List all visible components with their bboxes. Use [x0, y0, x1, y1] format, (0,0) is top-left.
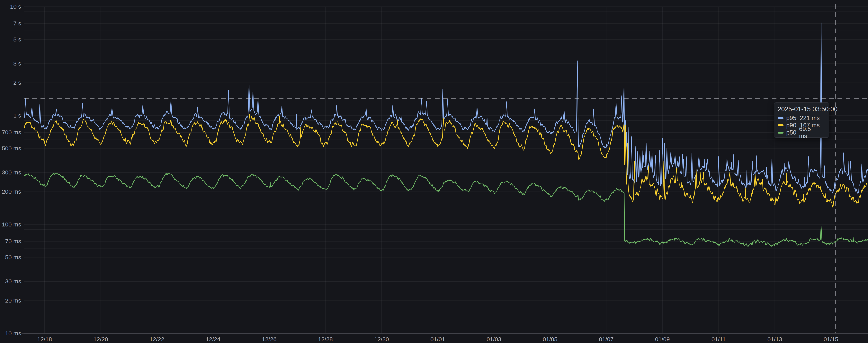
y-axis-labels: 10 s7 s5 s3 s2 s1 s700 ms500 ms300 ms200…: [2, 3, 21, 337]
x-axis-labels: 12/1812/2012/2212/2412/2612/2812/3001/01…: [37, 336, 838, 342]
time-series-chart[interactable]: 10 s7 s5 s3 s2 s1 s700 ms500 ms300 ms200…: [0, 0, 868, 343]
series-p90-line: [24, 114, 868, 207]
x-tick-label: 12/20: [93, 336, 108, 342]
x-tick-label: 12/18: [37, 336, 52, 342]
p90-series-pill: [778, 124, 783, 126]
y-tick-label: 700 ms: [2, 129, 21, 135]
y-tick-label: 10 s: [10, 3, 21, 10]
series-p95-line: [24, 23, 868, 193]
x-tick-label: 01/09: [655, 336, 670, 342]
tooltip-series-label: p50: [786, 129, 797, 136]
y-tick-label: 300 ms: [2, 169, 21, 176]
grid: [24, 7, 868, 334]
x-tick-label: 01/01: [430, 336, 445, 342]
crosshair: [24, 4, 868, 334]
y-tick-label: 10 ms: [5, 330, 21, 337]
x-tick-label: 12/24: [206, 336, 220, 342]
y-tick-label: 3 s: [13, 60, 21, 67]
x-tick-label: 12/26: [262, 336, 277, 342]
tooltip-series-label: p90: [786, 122, 797, 129]
series: [24, 23, 868, 247]
p95-series-pill: [778, 117, 783, 119]
y-tick-label: 200 ms: [2, 188, 21, 195]
y-tick-label: 2 s: [13, 80, 21, 86]
y-tick-label: 500 ms: [2, 145, 21, 152]
x-tick-label: 12/22: [150, 336, 164, 342]
x-tick-label: 01/03: [487, 336, 501, 342]
x-tick-label: 12/28: [318, 336, 333, 342]
p50-series-pill: [778, 132, 783, 133]
y-tick-label: 20 ms: [5, 297, 21, 304]
y-tick-label: 30 ms: [5, 278, 21, 284]
tooltip-timestamp: 2025-01-15 03:50:00: [778, 105, 826, 113]
y-tick-label: 1 s: [13, 112, 21, 119]
tooltip-series-value: 221 ms: [800, 115, 826, 122]
x-tick-label: 01/07: [599, 336, 614, 342]
x-tick-label: 01/13: [768, 336, 782, 342]
y-tick-label: 7 s: [13, 20, 21, 27]
x-tick-label: 12/30: [374, 336, 389, 342]
tooltip: 2025-01-15 03:50:00 p95 221 ms p90 167 m…: [774, 102, 829, 138]
series-p50-line: [24, 173, 868, 247]
tooltip-series-value: 69.5 ms: [799, 126, 826, 139]
tooltip-row: p95 221 ms: [778, 115, 826, 122]
latency-chart-panel[interactable]: 10 s7 s5 s3 s2 s1 s700 ms500 ms300 ms200…: [0, 0, 868, 343]
y-tick-label: 70 ms: [5, 238, 21, 244]
y-tick-label: 5 s: [13, 36, 21, 43]
x-tick-label: 01/15: [824, 336, 838, 342]
x-tick-label: 01/05: [543, 336, 557, 342]
y-tick-label: 100 ms: [2, 221, 21, 228]
tooltip-row: p50 69.5 ms: [778, 129, 826, 136]
x-tick-label: 01/11: [712, 336, 726, 342]
tooltip-series-label: p95: [786, 115, 797, 122]
y-tick-label: 50 ms: [5, 254, 21, 260]
